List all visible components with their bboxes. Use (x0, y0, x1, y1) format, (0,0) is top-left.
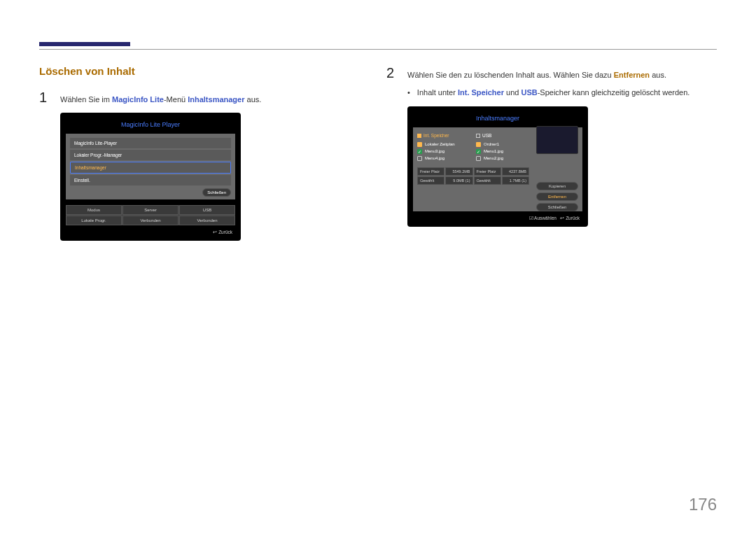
status-grid: Modus Server USB Lokale Progr. Verbunden… (66, 205, 235, 225)
step-2: 2 Wählen Sie den zu löschenden Inhalt au… (386, 65, 717, 81)
text: -Speicher kann gleichzeitig gelöscht wer… (538, 88, 690, 97)
highlight-usb: USB (521, 88, 537, 97)
checkbox-icon[interactable]: ✓ (417, 149, 422, 154)
text: aus. (245, 95, 262, 104)
checkbox-icon[interactable] (476, 156, 481, 161)
info-value: 1.7MB (1) (502, 176, 529, 185)
check-icon (476, 134, 480, 138)
select-button[interactable]: Auswählen (529, 216, 556, 220)
footer-row: Auswählen Zurück (413, 211, 582, 221)
step-number: 2 (386, 65, 398, 81)
header-rule (39, 49, 717, 50)
col-header-int[interactable]: Int. Speicher (417, 132, 472, 141)
info-grid: Freier Platz 5549.2MB Freier Platz 4237.… (417, 167, 529, 185)
checkbox-icon[interactable]: ✓ (476, 149, 481, 154)
list-item[interactable]: Ordner1 (476, 141, 531, 148)
label: Menu4.jpg (425, 156, 444, 160)
panel-title: MagicInfo Lite Player (66, 118, 235, 134)
checkbox-icon[interactable] (476, 142, 481, 147)
back-button[interactable]: Zurück (560, 216, 580, 220)
info-value: 5549.2MB (445, 167, 472, 176)
label: Ordner1 (484, 142, 499, 146)
text: Inhalt unter (417, 88, 458, 97)
info-value: 4237.8MB (502, 167, 529, 176)
label: Menu1.jpg (484, 149, 503, 153)
label: Menu3.jpg (425, 149, 444, 153)
status-header: Server (122, 205, 178, 215)
cm-columns: Int. Speicher Lokaler Zeitplan ✓Menu3.jp… (417, 132, 531, 162)
status-header: USB (179, 205, 235, 215)
highlight-inhaltsmanager: Inhaltsmanager (188, 95, 244, 104)
status-value: Lokale Progr. (66, 216, 122, 225)
label: Lokaler Zeitplan (425, 142, 455, 146)
list-item[interactable]: ✓Menu1.jpg (476, 148, 531, 155)
text: und (504, 88, 521, 97)
bullet-text: Inhalt unter Int. Speicher und USB-Speic… (417, 88, 690, 97)
status-header: Modus (66, 205, 122, 215)
menu-item[interactable]: MagicInfo Lite-Player (70, 138, 231, 148)
content-manager-wrap: Inhaltsmanager Kopieren Entfernen Schlie… (407, 106, 588, 227)
step-1: 1 Wählen Sie im MagicInfo Lite-Menü Inha… (39, 90, 370, 106)
col-header-usb[interactable]: USB (476, 132, 531, 141)
list-item[interactable]: ✓Menu3.jpg (417, 148, 472, 155)
checkbox-icon[interactable] (417, 142, 422, 147)
remove-button[interactable]: Entfernen (536, 192, 578, 201)
magicinfo-player-screenshot: MagicInfo Lite Player MagicInfo Lite-Pla… (60, 113, 241, 241)
status-value: Verbunden (179, 216, 235, 225)
usb-col: USB Ordner1 ✓Menu1.jpg Menu2.jpg (476, 132, 531, 162)
label: USB (482, 133, 491, 138)
label: Int. Speicher (424, 133, 449, 138)
right-column: 2 Wählen Sie den zu löschenden Inhalt au… (386, 65, 717, 241)
text: Wählen Sie den zu löschenden Inhalt aus.… (407, 71, 614, 79)
label: Menu2.jpg (484, 156, 503, 160)
highlight-magicinfo: MagicInfo Lite (112, 95, 164, 104)
info-label: Gewählt (474, 176, 501, 185)
preview-box (536, 126, 578, 154)
back-button[interactable]: Zurück (213, 230, 232, 234)
text: -Menü (164, 95, 188, 104)
bullet-note: Inhalt unter Int. Speicher und USB-Speic… (407, 88, 717, 97)
info-label: Freier Platz (417, 167, 444, 176)
highlight-entfernen: Entfernen (614, 71, 650, 79)
left-column: Löschen von Inhalt 1 Wählen Sie im Magic… (39, 65, 370, 241)
content-manager-screenshot: Inhaltsmanager Kopieren Entfernen Schlie… (407, 106, 588, 227)
checkbox-icon[interactable] (417, 156, 422, 161)
footer-row: Zurück (66, 225, 235, 235)
cm-body: Kopieren Entfernen Schließen Int. Speich… (413, 127, 582, 211)
list-item[interactable]: Lokaler Zeitplan (417, 141, 472, 148)
page-number: 176 (689, 495, 717, 514)
close-button[interactable]: Schließen (202, 188, 231, 197)
status-value: Verbunden (122, 216, 178, 225)
step-text: Wählen Sie im MagicInfo Lite-Menü Inhalt… (60, 95, 261, 104)
step-text: Wählen Sie den zu löschenden Inhalt aus.… (407, 71, 666, 79)
list-item[interactable]: Menu4.jpg (417, 155, 472, 162)
text: Wählen Sie im (60, 95, 112, 104)
copy-button[interactable]: Kopieren (536, 182, 578, 190)
info-label: Gewählt (417, 176, 444, 185)
section-title: Löschen von Inhalt (39, 65, 370, 77)
int-storage-col: Int. Speicher Lokaler Zeitplan ✓Menu3.jp… (417, 132, 472, 162)
side-buttons: Kopieren Entfernen Schließen (536, 182, 578, 211)
list-item[interactable]: Menu2.jpg (476, 155, 531, 162)
info-value: 9.0MB (1) (445, 176, 472, 185)
menu-item[interactable]: Einstell. (70, 175, 231, 185)
text: aus. (650, 71, 666, 79)
content-columns: Löschen von Inhalt 1 Wählen Sie im Magic… (39, 65, 717, 241)
manual-page: Löschen von Inhalt 1 Wählen Sie im Magic… (0, 0, 756, 241)
menu-item[interactable]: Lokaler Progr.-Manager (70, 150, 231, 160)
header-accent (39, 42, 130, 46)
step-number: 1 (39, 90, 50, 106)
menu-item-selected[interactable]: Inhaltsmanager (70, 162, 231, 174)
menu-area: MagicInfo Lite-Player Lokaler Progr.-Man… (66, 134, 235, 199)
check-icon (417, 134, 421, 138)
panel-title: Inhaltsmanager (413, 112, 582, 127)
highlight-int-speicher: Int. Speicher (458, 88, 504, 97)
close-button[interactable]: Schließen (536, 203, 578, 211)
info-label: Freier Platz (474, 167, 501, 176)
